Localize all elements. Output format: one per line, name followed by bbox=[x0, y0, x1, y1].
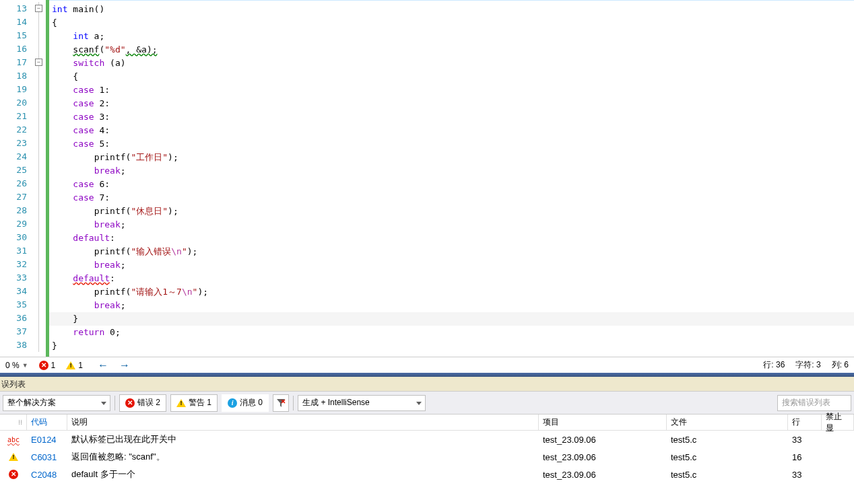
error-row[interactable]: C6031返回值被忽略: "scanf"。test_23.09.06test5.… bbox=[0, 448, 854, 466]
code-line[interactable]: printf("输入错误\n"); bbox=[49, 245, 854, 258]
error-count[interactable]: ✕1 bbox=[34, 361, 61, 370]
code-line[interactable]: case 1: bbox=[49, 83, 854, 97]
error-description: 返回值被忽略: "scanf"。 bbox=[67, 449, 539, 465]
fold-toggle[interactable]: − bbox=[35, 59, 42, 66]
code-line[interactable]: printf("请输入1～7\n"); bbox=[49, 285, 854, 299]
error-list-header: ⁞⁞ 代码 说明 项目 文件 行 禁止显 bbox=[0, 415, 854, 431]
messages-filter-button[interactable]: i消息 0 bbox=[222, 394, 269, 412]
line-number: 32 bbox=[0, 258, 27, 271]
solution-scope-dropdown[interactable]: 整个解决方案 bbox=[3, 395, 110, 411]
error-code: C2048 bbox=[27, 468, 67, 482]
line-number: 29 bbox=[0, 217, 27, 231]
zoom-level[interactable]: 0 %▼ bbox=[0, 361, 34, 370]
error-file: test5.c bbox=[667, 450, 788, 464]
error-icon: ✕ bbox=[9, 470, 18, 479]
line-number: 20 bbox=[0, 96, 27, 110]
line-number: 35 bbox=[0, 298, 27, 312]
code-line[interactable]: case 5: bbox=[49, 137, 854, 151]
info-icon: i bbox=[228, 398, 237, 408]
line-number: 21 bbox=[0, 110, 27, 123]
code-line[interactable]: break; bbox=[49, 299, 854, 312]
warning-icon bbox=[9, 453, 18, 461]
code-line[interactable]: case 4: bbox=[49, 124, 854, 137]
col-suppress[interactable]: 禁止显 bbox=[822, 415, 854, 430]
col-description[interactable]: 说明 bbox=[67, 415, 539, 430]
line-number: 14 bbox=[0, 15, 27, 29]
line-number: 24 bbox=[0, 150, 27, 164]
code-line[interactable]: } bbox=[49, 339, 854, 353]
code-line[interactable]: case 2: bbox=[49, 97, 854, 110]
error-description: default 多于一个 bbox=[67, 466, 539, 482]
code-line[interactable]: default: bbox=[49, 272, 854, 285]
error-file: test5.c bbox=[667, 433, 788, 447]
cursor-col: 列: 6 bbox=[832, 359, 849, 371]
line-number: 25 bbox=[0, 164, 27, 177]
errors-filter-button[interactable]: ✕错误 2 bbox=[119, 394, 166, 412]
code-line[interactable]: } bbox=[49, 312, 854, 326]
col-icon[interactable]: ⁞⁞ bbox=[0, 415, 27, 430]
code-line[interactable]: scanf("%d", &a); bbox=[49, 43, 854, 57]
clear-filter-button[interactable] bbox=[273, 394, 289, 412]
error-code: E0124 bbox=[27, 433, 67, 447]
line-number: 36 bbox=[0, 312, 27, 325]
error-row[interactable]: ✕C2048default 多于一个test_23.09.06test5.c33 bbox=[0, 466, 854, 483]
code-line[interactable]: int a; bbox=[49, 30, 854, 43]
error-line: 33 bbox=[788, 468, 822, 482]
prev-issue-button[interactable]: ← bbox=[94, 359, 112, 371]
line-number-gutter: 1314151617181920212223242526272829303132… bbox=[0, 0, 32, 357]
filter-clear-icon bbox=[276, 398, 286, 408]
error-search-input[interactable]: 搜索错误列表 bbox=[777, 395, 851, 411]
line-number: 22 bbox=[0, 123, 27, 137]
line-number: 23 bbox=[0, 137, 27, 150]
warning-icon bbox=[66, 361, 75, 369]
next-issue-button[interactable]: → bbox=[115, 359, 134, 371]
line-number: 28 bbox=[0, 204, 27, 217]
code-line[interactable]: int main() bbox=[49, 3, 854, 16]
code-line[interactable]: break; bbox=[49, 258, 854, 272]
code-line[interactable]: case 7: bbox=[49, 191, 854, 205]
code-line[interactable]: { bbox=[49, 16, 854, 30]
line-number: 31 bbox=[0, 244, 27, 258]
col-project[interactable]: 项目 bbox=[539, 415, 667, 430]
line-number: 16 bbox=[0, 42, 27, 56]
line-number: 13 bbox=[0, 2, 27, 15]
warning-count[interactable]: 1 bbox=[61, 361, 88, 370]
code-area[interactable]: int main(){ int a; scanf("%d", &a); swit… bbox=[49, 0, 854, 357]
cursor-line: 行: 36 bbox=[763, 359, 785, 371]
error-list-title: 误列表 bbox=[0, 377, 854, 392]
error-icon: ✕ bbox=[39, 361, 48, 370]
error-source-dropdown[interactable]: 生成 + IntelliSense bbox=[298, 395, 426, 411]
line-number: 33 bbox=[0, 271, 27, 285]
code-editor[interactable]: 1314151617181920212223242526272829303132… bbox=[0, 0, 854, 357]
fold-column: −− bbox=[32, 0, 46, 357]
code-line[interactable]: { bbox=[49, 70, 854, 83]
line-number: 38 bbox=[0, 338, 27, 352]
error-row[interactable]: abcE0124默认标签已出现在此开关中test_23.09.06test5.c… bbox=[0, 431, 854, 448]
code-line[interactable]: case 3: bbox=[49, 110, 854, 124]
cursor-char: 字符: 3 bbox=[795, 359, 820, 371]
col-code[interactable]: 代码 bbox=[27, 415, 67, 430]
line-number: 19 bbox=[0, 83, 27, 96]
error-list-rows: abcE0124默认标签已出现在此开关中test_23.09.06test5.c… bbox=[0, 431, 854, 483]
code-line[interactable]: default: bbox=[49, 231, 854, 245]
error-project: test_23.09.06 bbox=[539, 468, 667, 482]
error-line: 33 bbox=[788, 433, 822, 447]
error-description: 默认标签已出现在此开关中 bbox=[67, 431, 539, 447]
warnings-filter-button[interactable]: 警告 1 bbox=[170, 394, 218, 412]
code-line[interactable]: break; bbox=[49, 164, 854, 178]
col-line[interactable]: 行 bbox=[788, 415, 822, 430]
line-number: 26 bbox=[0, 177, 27, 190]
col-file[interactable]: 文件 bbox=[667, 415, 788, 430]
line-number: 18 bbox=[0, 69, 27, 83]
fold-toggle[interactable]: − bbox=[35, 5, 42, 12]
code-line[interactable]: switch (a) bbox=[49, 57, 854, 70]
code-line[interactable]: break; bbox=[49, 218, 854, 231]
error-line: 16 bbox=[788, 450, 822, 464]
code-line[interactable]: case 6: bbox=[49, 178, 854, 191]
line-number: 37 bbox=[0, 325, 27, 338]
code-line[interactable]: printf("休息日"); bbox=[49, 205, 854, 218]
code-line[interactable]: printf("工作日"); bbox=[49, 151, 854, 164]
code-line[interactable]: return 0; bbox=[49, 326, 854, 339]
intellisense-error-icon: abc bbox=[7, 436, 20, 443]
line-number: 30 bbox=[0, 231, 27, 244]
